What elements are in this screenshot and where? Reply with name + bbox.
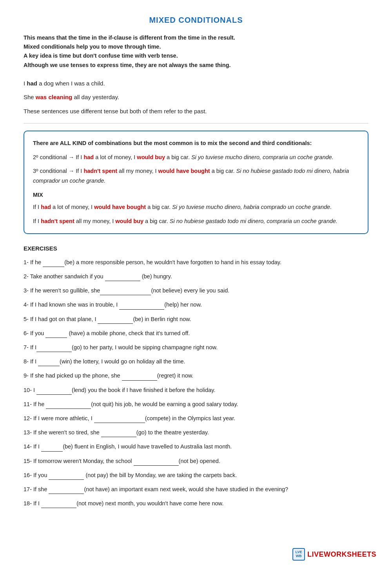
mix-label: MIX [33, 190, 359, 200]
blank-16[interactable] [49, 474, 84, 480]
exercise-6: 6- If you (have) a mobile phone, check t… [24, 329, 368, 338]
box-header: There are ALL KIND of combinations but t… [33, 138, 359, 148]
blank-8[interactable] [38, 360, 60, 366]
exercise-15: 15- If tomorrow weren't Monday, the scho… [24, 457, 368, 466]
intro-line-4: Although we use tenses to express time, … [24, 61, 368, 70]
spanish-1: Si yo tuviese mucho dinero, compraria un… [191, 154, 334, 160]
would-have-bought-1: would have bought [158, 168, 210, 174]
blank-18[interactable] [41, 502, 76, 508]
was-cleaning-highlight: was cleaning [36, 94, 72, 100]
lw-logo-container: LVEWB LIVEWORKSHEETS [292, 548, 376, 561]
would-buy-2: would buy [115, 218, 143, 224]
blank-13[interactable] [101, 431, 136, 437]
spanish-3: Si yo tuviese mucho dinero, habria compr… [172, 204, 332, 210]
exercise-13: 13- If she weren't so tired, she (go) to… [24, 428, 368, 437]
exercise-2: 2- Take another sandwich if you (be) hun… [24, 272, 368, 281]
blank-17[interactable] [49, 488, 84, 494]
example-1: I had a dog when I was a child. [24, 78, 368, 89]
lw-icon: LVEWB [292, 548, 305, 561]
hadnt-spent-2: hadn't spent [41, 218, 74, 224]
intro-line-1: This means that the time in the if-claus… [24, 33, 368, 42]
exercise-16: 16- If you (not pay) the bill by Monday,… [24, 471, 368, 480]
liveworksheets-logo: LVEWB LIVEWORKSHEETS [292, 548, 376, 561]
exercise-17: 17- If she (not have) an important exam … [24, 485, 368, 494]
blank-2[interactable] [105, 275, 140, 281]
blank-4[interactable] [119, 303, 164, 310]
exercises-title: EXERCISES [24, 245, 368, 252]
second-conditional: 2º conditional → If I had a lot of money… [33, 152, 359, 162]
blank-10[interactable] [36, 388, 72, 395]
box-header-text: There are ALL KIND of combinations but t… [33, 140, 312, 146]
mix-2: If I hadn't spent all my money, I would … [33, 216, 359, 226]
spanish-4: Si no hubiese gastado todo mi dinero, co… [170, 218, 338, 224]
exercise-8: 8- If I (win) the lottery, I would go on… [24, 357, 368, 366]
intro-line-2: Mixed conditionals help you to move thro… [24, 42, 368, 51]
exercise-7: 7- If I(go) to her party, I would be sip… [24, 343, 368, 352]
exercise-4: 4- If I had known she was in trouble, I … [24, 300, 368, 309]
blank-9[interactable] [122, 374, 157, 381]
conditionals-box: There are ALL KIND of combinations but t… [24, 131, 368, 234]
would-have-bought-2: would have bought [94, 204, 146, 210]
intro-block: This means that the time in the if-claus… [24, 33, 368, 70]
blank-7[interactable] [36, 346, 72, 352]
blank-1[interactable] [43, 261, 64, 267]
exercise-14: 14- If I (be) fluent in English, I would… [24, 442, 368, 451]
lw-worksheets: WORKSHEETS [324, 550, 376, 558]
exercise-10: 10- I (lend) you the book if I have fini… [24, 386, 368, 395]
example-2: She was cleaning all day yesterday. [24, 92, 368, 102]
had-2: had [41, 204, 51, 210]
exercise-11: 11- If he (not quit) his job, he would b… [24, 400, 368, 409]
exercise-9: 9- If she had picked up the phone, she (… [24, 371, 368, 380]
intro-line-3: A key idea is time but don't confuse tim… [24, 51, 368, 60]
third-conditional: 3º conditional → If I hadn't spent all m… [33, 166, 359, 186]
example-3: These sentences use different tense but … [24, 106, 368, 116]
blank-3[interactable] [100, 289, 151, 295]
exercise-1: 1- If he (be) a more responsible person,… [24, 258, 368, 267]
exercise-3: 3- If he weren't so gullible, she(not be… [24, 286, 368, 295]
blank-14[interactable] [41, 445, 63, 452]
exercise-5: 5- If I had got on that plane, I (be) in… [24, 315, 368, 324]
mix-1: If I had a lot of money, I would have bo… [33, 202, 359, 212]
blank-15[interactable] [134, 459, 179, 466]
blank-12[interactable] [94, 417, 145, 423]
blank-11[interactable] [46, 403, 91, 409]
separator-1 [24, 123, 368, 123]
exercises-section: EXERCISES 1- If he (be) a more responsib… [24, 245, 368, 508]
page-title: MIXED CONDITIONALS [24, 16, 368, 25]
blank-6[interactable] [45, 332, 67, 338]
would-buy-1: would buy [137, 154, 165, 160]
exercise-18: 18- If I (not move) next month, you woul… [24, 499, 368, 508]
example-block: I had a dog when I was a child. She was … [24, 78, 368, 116]
had-highlight: had [27, 80, 37, 87]
had-1: had [83, 154, 94, 160]
lw-live: LIVE [307, 550, 324, 558]
blank-5[interactable] [98, 318, 133, 324]
lw-text: LIVEWORKSHEETS [307, 550, 376, 559]
hadnt-spent-1: hadn't spent [83, 168, 117, 174]
exercise-12: 12- If I were more athletic, I (compete)… [24, 414, 368, 423]
